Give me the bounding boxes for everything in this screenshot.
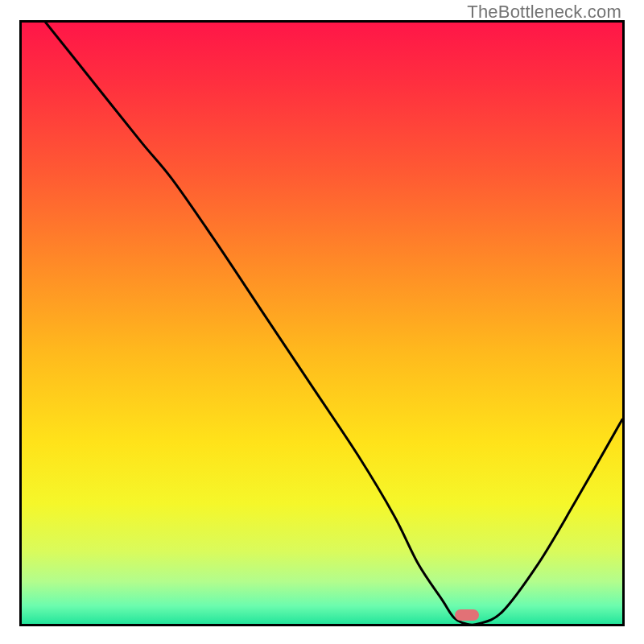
plot-area: [22, 23, 622, 624]
optimal-marker: [455, 609, 479, 621]
chart-container: TheBottleneck.com: [0, 0, 644, 644]
heat-background: [22, 23, 622, 624]
